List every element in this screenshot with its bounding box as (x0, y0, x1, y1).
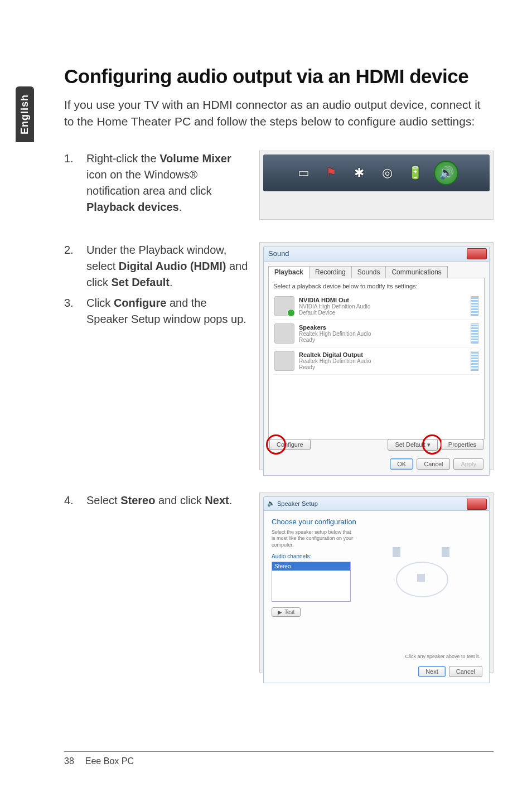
dialog-titlebar: 🔈 Speaker Setup (263, 496, 490, 511)
device-row[interactable]: Speakers Realtek High Definition Audio R… (273, 320, 480, 347)
playback-instruction: Select a playback device below to modify… (273, 283, 480, 289)
battery-icon: 🔋 (406, 164, 424, 182)
tab-communications[interactable]: Communications (385, 266, 447, 278)
device-title: Realtek Digital Output (299, 351, 466, 358)
properties-button[interactable]: Properties (441, 439, 483, 450)
eye-icon: ◎ (378, 164, 396, 182)
device-icon (274, 296, 294, 316)
volume-icon: 🔊 (434, 161, 458, 185)
device-sub: Realtek High Definition Audio (299, 358, 466, 364)
ok-button[interactable]: OK (390, 458, 413, 470)
flag-icon: ⚑ (322, 164, 340, 182)
device-icon (274, 351, 294, 371)
device-status: Ready (299, 364, 466, 370)
net-icon: ▭ (294, 164, 312, 182)
chevron-down-icon: ▾ (427, 441, 431, 448)
listener-icon (417, 574, 425, 582)
step-2-3-text: 2. Under the Playback window, select Dig… (64, 242, 248, 470)
cancel-button[interactable]: Cancel (449, 666, 482, 677)
device-title: Speakers (299, 324, 466, 331)
step-number: 1. (64, 151, 86, 215)
tab-sounds[interactable]: Sounds (351, 266, 386, 278)
device-icon (274, 323, 294, 344)
tab-strip: Playback Recording Sounds Communications (268, 266, 485, 278)
page-title: Configuring audio output via an HDMI dev… (64, 64, 494, 89)
dialog-title: Sound (268, 249, 289, 258)
step-1-text: 1. Right-click the Volume Mixer icon on … (64, 151, 248, 220)
audio-channels-label: Audio channels: (272, 553, 355, 559)
device-title: NVIDIA HDMI Out (299, 297, 466, 303)
system-tray: ▭ ⚑ ✱ ◎ 🔋 🔊 (263, 154, 490, 191)
level-meter (471, 296, 478, 316)
speaker-note: Click any speaker above to test it. (405, 654, 480, 659)
intro-paragraph: If you use your TV with an HDMI connecto… (64, 96, 494, 131)
sound-dialog-screenshot: Sound Playback Recording Sounds Communic… (259, 242, 494, 470)
step-number: 2. (64, 242, 86, 291)
step-body: Under the Playback window, select Digita… (86, 242, 248, 291)
page-number: 38 (64, 756, 74, 766)
step-2-3-row: 2. Under the Playback window, select Dig… (64, 242, 494, 470)
speaker-left-icon[interactable] (393, 547, 400, 557)
device-row[interactable]: Realtek Digital Output Realtek High Defi… (273, 347, 480, 375)
device-sub: Realtek High Definition Audio (299, 331, 466, 337)
tab-playback[interactable]: Playback (268, 266, 309, 278)
cancel-button[interactable]: Cancel (417, 458, 450, 470)
level-meter (471, 323, 478, 344)
speaker-visual (361, 529, 481, 617)
page-footer: 38 Eee Box PC (64, 751, 494, 766)
step-body: Right-click the Volume Mixer icon on the… (86, 151, 248, 215)
speaker-sub: Select the speaker setup below that is m… (272, 529, 355, 549)
close-icon[interactable] (467, 248, 487, 259)
list-item[interactable]: Stereo (272, 562, 350, 571)
playback-panel: Select a playback device below to modify… (268, 278, 485, 439)
device-row[interactable]: NVIDIA HDMI Out NVIDIA High Definition A… (273, 293, 480, 320)
next-button[interactable]: Next (418, 666, 446, 677)
speaker-heading: Choose your configuration (272, 518, 481, 526)
close-icon[interactable] (467, 499, 487, 510)
speaker-right-icon[interactable] (442, 547, 449, 557)
configure-button[interactable]: Configure (269, 439, 311, 450)
language-tab: English (16, 86, 34, 142)
step-4-text: 4. Select Stereo and click Next. (64, 492, 248, 673)
apply-button[interactable]: Apply (453, 458, 483, 470)
dialog-title: Speaker Setup (277, 500, 318, 507)
speaker-setup-screenshot: 🔈 Speaker Setup Choose your configuratio… (259, 492, 494, 673)
level-meter (471, 351, 478, 371)
page-content: Configuring audio output via an HDMI dev… (64, 64, 494, 695)
speaker-icon: 🔈 (267, 500, 275, 507)
bluetooth-icon: ✱ (350, 164, 368, 182)
product-name: Eee Box PC (85, 756, 134, 766)
step-4-row: 4. Select Stereo and click Next. 🔈 Speak… (64, 492, 494, 673)
device-status: Ready (299, 337, 466, 343)
test-button[interactable]: ▶ Test (272, 607, 301, 617)
step-number: 4. (64, 492, 86, 509)
set-default-button[interactable]: Set Default ▾ (388, 439, 437, 451)
device-status: Default Device (299, 310, 466, 316)
tab-recording[interactable]: Recording (309, 266, 352, 278)
step-body: Select Stereo and click Next. (86, 492, 248, 509)
step-number: 3. (64, 295, 86, 327)
step-1-row: 1. Right-click the Volume Mixer icon on … (64, 151, 494, 220)
audio-channels-listbox[interactable]: Stereo (272, 562, 351, 602)
device-sub: NVIDIA High Definition Audio (299, 303, 466, 310)
dialog-titlebar: Sound (263, 246, 490, 262)
play-icon: ▶ (278, 609, 282, 615)
step-body: Click Configure and the Speaker Setup wi… (86, 295, 248, 327)
systray-screenshot: ▭ ⚑ ✱ ◎ 🔋 🔊 (259, 151, 494, 220)
